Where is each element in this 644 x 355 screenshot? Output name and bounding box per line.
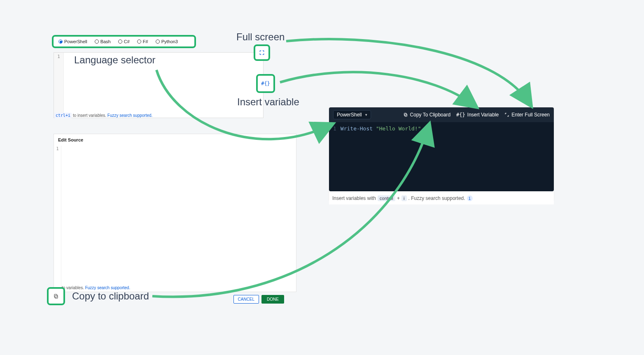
fullscreen-icon (259, 50, 265, 56)
language-label: F# (143, 39, 148, 44)
hint-plus: + (397, 195, 400, 201)
language-selector-old[interactable]: PowerShell Bash C# F# Python3 (52, 35, 196, 48)
language-radio-fsharp[interactable]: F# (137, 39, 148, 44)
line-number: 1 (57, 54, 60, 59)
insert-variable-button[interactable]: #{} Insert Variable (456, 112, 499, 118)
svg-rect-0 (55, 295, 58, 299)
line-gutter: 1 (54, 146, 61, 292)
button-label: Copy To Clipboard (410, 112, 451, 118)
hint-text: Insert variables with (332, 195, 376, 201)
cancel-button[interactable]: CANCEL (233, 295, 259, 304)
copy-to-clipboard-button[interactable]: Copy To Clipboard (403, 112, 451, 118)
annotation-insert-variable: Insert variable (237, 96, 299, 108)
hint-text: to variables. (62, 285, 84, 290)
code-area[interactable]: 1Write-Host "Hello World!" (329, 122, 554, 191)
line-gutter: 1 (54, 53, 64, 118)
insert-variable-button-old[interactable]: #{} (256, 74, 275, 93)
svg-rect-3 (404, 113, 406, 116)
edit-source-body[interactable]: 1 (54, 146, 296, 292)
language-label: Bash (100, 39, 111, 44)
code-editor-new: PowerShell ▾ Copy To Clipboard #{} Inser… (329, 107, 554, 202)
editor-hint-new: Insert variables with control + i . Fuzz… (329, 192, 554, 204)
copy-icon (403, 112, 408, 117)
svg-rect-1 (54, 294, 57, 297)
fullscreen-button-old[interactable] (254, 44, 270, 61)
copy-icon (53, 293, 59, 299)
code-command: Write-Host (341, 125, 373, 132)
fullscreen-icon (504, 112, 509, 117)
selected-language: PowerShell (337, 112, 362, 118)
kbd-i: i (401, 195, 406, 201)
radio-dot-icon (156, 39, 160, 44)
button-label: Insert Variable (467, 112, 499, 118)
language-radio-python3[interactable]: Python3 (156, 39, 178, 44)
line-number: 1 (56, 146, 58, 151)
language-label: Python3 (161, 39, 178, 44)
line-number: 1 (333, 125, 336, 132)
chevron-down-icon: ▾ (365, 113, 367, 117)
hint-text: . Fuzzy search supported. (408, 195, 465, 201)
kbd-ctrl-i: ctrl+i (54, 113, 72, 118)
language-label: PowerShell (64, 39, 87, 44)
edit-source-header: Edit Source (54, 134, 296, 146)
editor-toolbar: PowerShell ▾ Copy To Clipboard #{} Inser… (329, 107, 554, 122)
insert-variable-icon: #{} (261, 81, 270, 86)
annotation-copy-to-clipboard: Copy to clipboard (72, 290, 149, 302)
language-radio-csharp[interactable]: C# (118, 39, 130, 44)
language-label: C# (124, 39, 130, 44)
radio-dot-icon (137, 39, 141, 44)
code-string: "Hello World!" (376, 125, 421, 132)
language-radio-bash[interactable]: Bash (95, 39, 111, 44)
radio-dot-icon (118, 39, 122, 44)
button-label: Enter Full Screen (511, 112, 550, 118)
language-radio-powershell[interactable]: PowerShell (58, 39, 87, 44)
language-select-dropdown[interactable]: PowerShell ▾ (333, 110, 371, 119)
done-button[interactable]: DONE (261, 295, 284, 304)
annotation-full-screen: Full screen (236, 31, 285, 43)
hint-text: to insert variables. (73, 113, 106, 118)
radio-dot-icon (58, 39, 63, 44)
editor-hint: ctrl+i to insert variables. Fuzzy search… (54, 113, 219, 118)
fuzzy-search-link[interactable]: Fuzzy search supported. (107, 113, 153, 118)
edit-source-panel: Edit Source 1 (54, 134, 296, 292)
svg-rect-2 (405, 114, 407, 116)
annotation-language-selector: Language selector (74, 54, 155, 66)
edit-source-hint: to variables. Fuzzy search supported. (62, 285, 130, 290)
radio-dot-icon (95, 39, 99, 44)
insert-variable-icon: #{} (456, 112, 465, 118)
enter-full-screen-button[interactable]: Enter Full Screen (504, 112, 550, 118)
info-icon[interactable]: i (467, 195, 473, 201)
kbd-control: control (378, 195, 395, 201)
fuzzy-search-link[interactable]: Fuzzy search supported. (85, 285, 131, 290)
copy-to-clipboard-button-old[interactable] (47, 287, 65, 305)
